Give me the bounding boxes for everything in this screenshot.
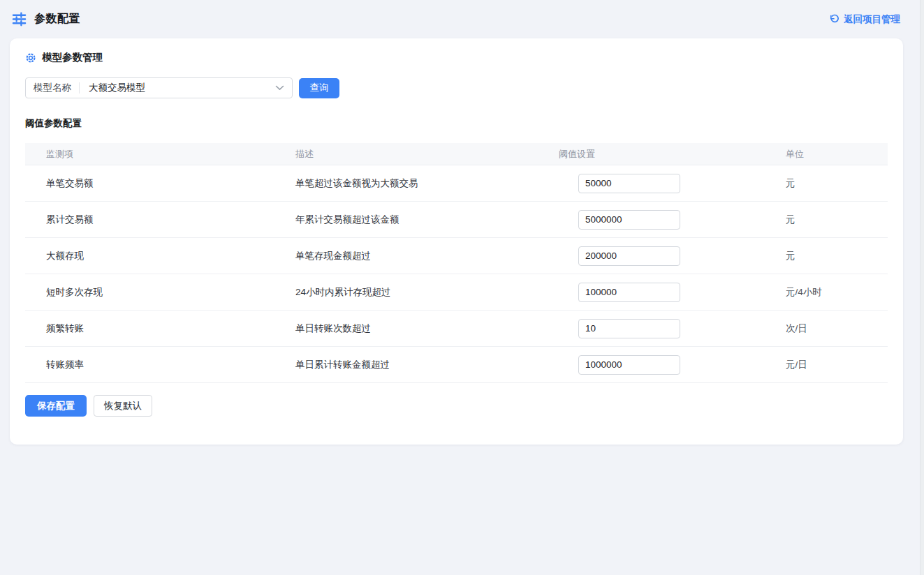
row-item: 单笔交易额	[25, 177, 295, 190]
row-unit: 元	[786, 177, 888, 190]
row-item: 频繁转账	[25, 322, 295, 335]
actions-row: 保存配置 恢复默认	[25, 395, 888, 417]
col-header-desc: 描述	[295, 148, 559, 160]
row-unit: 元	[786, 250, 888, 262]
page-header: 参数配置 返回项目管理	[0, 0, 924, 38]
table-row: 累计交易额 年累计交易额超过该金额 元	[25, 202, 888, 238]
table-title: 阈值参数配置	[25, 117, 888, 130]
scrollbar-track[interactable]	[920, 0, 924, 575]
page-title: 参数配置	[34, 12, 80, 27]
card-title: 模型参数管理	[42, 51, 103, 64]
model-name-select[interactable]: 模型名称 大额交易模型	[25, 77, 293, 98]
row-threshold-cell	[559, 210, 786, 230]
row-desc: 年累计交易额超过该金额	[295, 214, 559, 226]
back-link-label: 返回项目管理	[844, 13, 900, 26]
col-header-threshold: 阈值设置	[559, 148, 786, 160]
select-value: 大额交易模型	[80, 82, 145, 94]
row-unit: 元	[786, 214, 888, 226]
row-desc: 单日累计转账金额超过	[295, 359, 559, 371]
table-row: 单笔交易额 单笔超过该金额视为大额交易 元	[25, 165, 888, 202]
row-desc: 单笔存现金额超过	[295, 250, 559, 262]
col-header-item: 监测项	[25, 148, 295, 160]
save-config-button[interactable]: 保存配置	[25, 395, 87, 417]
model-param-card: 模型参数管理 模型名称 大额交易模型 查询 阈值参数配置 监测项 描述 阈值设置…	[10, 38, 903, 445]
query-button[interactable]: 查询	[299, 78, 339, 98]
col-header-unit: 单位	[786, 148, 888, 160]
table-row: 大额存现 单笔存现金额超过 元	[25, 238, 888, 274]
undo-icon	[829, 14, 839, 24]
threshold-input[interactable]	[578, 319, 680, 338]
threshold-table: 监测项 描述 阈值设置 单位 单笔交易额 单笔超过该金额视为大额交易 元 累计交…	[25, 143, 888, 383]
row-unit: 元/日	[786, 359, 888, 371]
row-item: 大额存现	[25, 250, 295, 262]
row-item: 累计交易额	[25, 214, 295, 226]
card-title-row: 模型参数管理	[25, 51, 888, 64]
row-threshold-cell	[559, 283, 786, 302]
row-threshold-cell	[559, 174, 786, 193]
row-item: 短时多次存现	[25, 286, 295, 299]
filter-row: 模型名称 大额交易模型 查询	[25, 77, 888, 98]
row-threshold-cell	[559, 246, 786, 266]
row-desc: 单笔超过该金额视为大额交易	[295, 177, 559, 190]
row-item: 转账频率	[25, 359, 295, 371]
restore-default-button[interactable]: 恢复默认	[94, 395, 152, 417]
table-row: 转账频率 单日累计转账金额超过 元/日	[25, 347, 888, 383]
row-threshold-cell	[559, 355, 786, 375]
threshold-input[interactable]	[578, 174, 680, 193]
table-row: 短时多次存现 24小时内累计存现超过 元/4小时	[25, 274, 888, 311]
select-label: 模型名称	[26, 82, 79, 94]
chevron-down-icon	[275, 85, 284, 91]
row-unit: 元/4小时	[786, 286, 888, 299]
row-desc: 24小时内累计存现超过	[295, 286, 559, 299]
table-row: 频繁转账 单日转账次数超过 次/日	[25, 311, 888, 347]
row-unit: 次/日	[786, 322, 888, 335]
back-to-project-link[interactable]: 返回项目管理	[829, 13, 900, 26]
sliders-icon	[11, 11, 27, 27]
gear-icon	[25, 52, 36, 64]
threshold-input[interactable]	[578, 283, 680, 302]
row-threshold-cell	[559, 319, 786, 338]
threshold-input[interactable]	[578, 355, 680, 375]
threshold-input[interactable]	[578, 246, 680, 266]
table-header-row: 监测项 描述 阈值设置 单位	[25, 143, 888, 165]
threshold-input[interactable]	[578, 210, 680, 230]
row-desc: 单日转账次数超过	[295, 322, 559, 335]
